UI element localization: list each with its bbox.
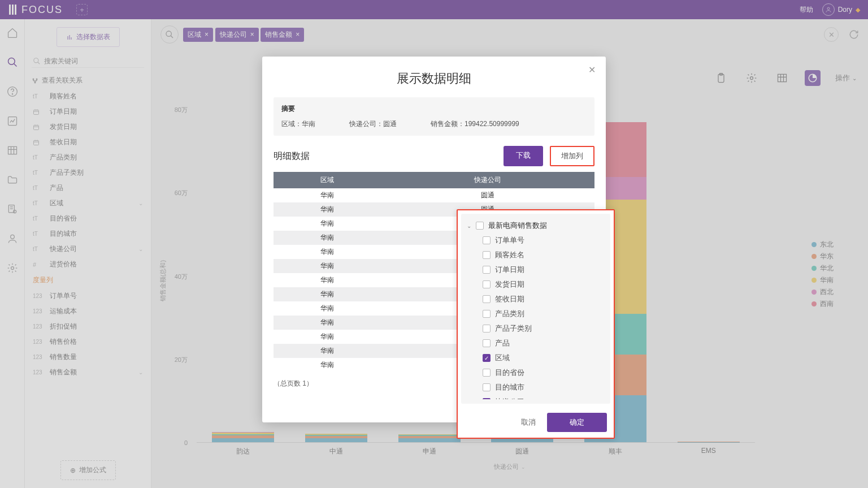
table-cell: 华南 (274, 287, 380, 301)
picker-item-label: 订单单号 (495, 235, 524, 245)
picker-item-label: 订单日期 (495, 265, 524, 275)
checkbox[interactable] (483, 266, 491, 274)
picker-ok-button[interactable]: 确定 (547, 413, 607, 432)
picker-item[interactable]: 目的城市 (467, 380, 608, 395)
checkbox[interactable]: ✓ (483, 398, 491, 399)
checkbox[interactable] (483, 295, 491, 303)
column-picker-dropdown: ⌄ 最新电商销售数据 订单单号 顾客姓名 订单日期 发货日期 签收日期 产品类别 (457, 209, 615, 439)
detail-modal: ✕ 展示数据明细 摘要 区域：华南 快递公司：圆通 销售金额：199422.50… (262, 57, 606, 422)
parent-label: 最新电商销售数据 (488, 221, 547, 231)
detail-title: 明细数据 (274, 150, 310, 162)
table-header: 区域 (274, 172, 380, 188)
table-cell: 华南 (274, 217, 380, 231)
collapse-icon[interactable]: ⌄ (467, 223, 471, 229)
table-cell: 华南 (274, 231, 380, 245)
parent-checkbox[interactable] (476, 222, 484, 230)
table-cell: 华南 (274, 330, 380, 344)
picker-cancel-button[interactable]: 取消 (521, 417, 536, 427)
table-row[interactable]: 华南圆通 (274, 188, 594, 202)
table-cell: 华南 (274, 202, 380, 217)
picker-item-label: 产品 (495, 338, 510, 348)
checkbox[interactable] (483, 383, 491, 391)
table-cell: 华南 (274, 273, 380, 287)
modal-close-button[interactable]: ✕ (588, 64, 596, 75)
checkbox[interactable] (483, 369, 491, 377)
picker-item[interactable]: 订单单号 (467, 233, 608, 248)
download-button[interactable]: 下载 (504, 146, 543, 166)
picker-item-label: 签收日期 (495, 294, 524, 304)
picker-parent-node[interactable]: ⌄ 最新电商销售数据 (467, 218, 608, 233)
picker-item[interactable]: 顾客姓名 (467, 248, 608, 262)
picker-item[interactable]: 产品类别 (467, 306, 608, 321)
add-column-button[interactable]: 增加列 (550, 146, 594, 166)
picker-item[interactable]: ✓ 区域 (467, 351, 608, 365)
table-header: 快递公司 (380, 172, 594, 188)
summary-box: 摘要 区域：华南 快递公司：圆通 销售金额：199422.50999999 (274, 97, 594, 136)
picker-item[interactable]: 签收日期 (467, 292, 608, 306)
picker-item[interactable]: ✓ 快递公司 (467, 395, 608, 399)
picker-item-label: 产品类别 (495, 309, 524, 319)
checkbox[interactable] (483, 310, 491, 318)
checkbox[interactable] (483, 339, 491, 347)
picker-item-label: 顾客姓名 (495, 250, 524, 260)
picker-item-label: 发货日期 (495, 279, 524, 290)
picker-item-label: 区域 (495, 353, 510, 363)
table-cell: 华南 (274, 316, 380, 330)
picker-item-label: 目的省份 (495, 368, 524, 378)
table-cell: 华南 (274, 188, 380, 202)
picker-item[interactable]: 发货日期 (467, 277, 608, 292)
picker-item-label: 产品子类别 (495, 323, 532, 334)
table-cell: 华南 (274, 301, 380, 316)
picker-item-label: 目的城市 (495, 382, 524, 392)
picker-item[interactable]: 产品子类别 (467, 321, 608, 336)
summary-title: 摘要 (281, 104, 587, 114)
table-cell: 华南 (274, 358, 380, 372)
picker-item[interactable]: 目的省份 (467, 365, 608, 380)
picker-item[interactable]: 产品 (467, 336, 608, 351)
checkbox[interactable] (483, 325, 491, 332)
picker-item[interactable]: 订单日期 (467, 262, 608, 277)
checkbox[interactable] (483, 236, 491, 244)
checkbox[interactable]: ✓ (483, 354, 491, 362)
table-cell: 圆通 (380, 188, 594, 202)
checkbox[interactable] (483, 251, 491, 259)
table-cell: 华南 (274, 259, 380, 273)
picker-item-label: 快递公司 (495, 397, 524, 399)
modal-title: 展示数据明细 (262, 57, 606, 97)
table-cell: 华南 (274, 344, 380, 358)
checkbox[interactable] (483, 280, 491, 288)
table-cell: 华南 (274, 245, 380, 259)
